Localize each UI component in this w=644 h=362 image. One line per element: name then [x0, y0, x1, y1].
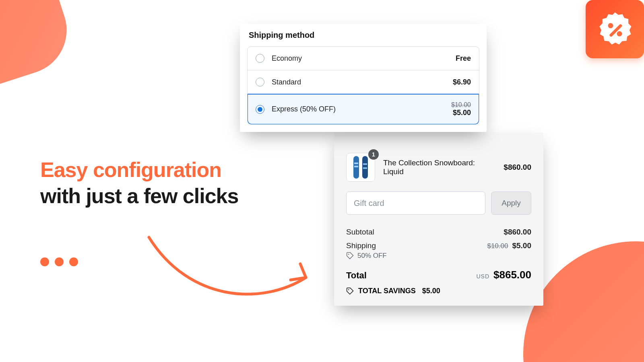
headline-accent: Easy configuration: [40, 157, 266, 183]
radio-icon: [256, 105, 264, 114]
subtotal-row: Subtotal $860.00: [346, 225, 531, 239]
savings-row: TOTAL SAVINGS $5.00: [346, 287, 531, 295]
shipping-method-title: Shipping method: [240, 29, 487, 46]
discount-tag-row: 50% OFF: [346, 252, 531, 260]
product-name: The Collection Snowboard: Liquid: [383, 158, 495, 176]
shipping-option-express[interactable]: Express (50% OFF) $10.00 $5.00: [248, 94, 479, 124]
discount-tag-text: 50% OFF: [357, 252, 387, 260]
tag-icon: [346, 287, 354, 295]
currency-code: USD: [476, 273, 489, 280]
shipping-option-discounted: $5.00: [453, 109, 471, 117]
shipping-value: $10.00$5.00: [487, 241, 531, 250]
headline-rest: with just a few clicks: [40, 184, 238, 208]
apply-button[interactable]: Apply: [491, 191, 531, 215]
svg-rect-8: [363, 167, 367, 169]
svg-rect-5: [354, 162, 358, 164]
product-price: $860.00: [504, 163, 531, 172]
headline: Easy configuration with just a few click…: [40, 157, 266, 209]
shipping-method-card: Shipping method Economy Free Standard $6…: [240, 24, 487, 132]
product-thumbnail: 1: [346, 153, 375, 182]
cart-line-item: 1 The Collection Snowboard: Liquid $860.…: [346, 153, 531, 182]
shipping-option-original: $10.00: [451, 101, 471, 109]
discount-badge: [586, 0, 644, 58]
shipping-option-label: Economy: [272, 54, 456, 63]
svg-point-10: [348, 289, 349, 290]
shipping-original: $10.00: [487, 242, 508, 250]
savings-label: TOTAL SAVINGS: [358, 287, 416, 295]
svg-point-1: [617, 31, 622, 36]
svg-rect-6: [354, 166, 358, 167]
snowboard-icon: [351, 155, 370, 179]
svg-point-9: [348, 254, 349, 255]
arrow-icon: [141, 229, 322, 310]
decorative-blob-top-left: [0, 0, 78, 97]
shipping-discounted: $5.00: [512, 241, 531, 250]
shipping-options-list: Economy Free Standard $6.90 Express (50%…: [247, 46, 479, 125]
shipping-label: Shipping: [346, 241, 487, 250]
ellipsis-dots: [40, 257, 78, 266]
shipping-option-label: Express (50% OFF): [272, 105, 451, 113]
shipping-option-economy[interactable]: Economy Free: [248, 47, 479, 70]
total-row: Total USD $865.00: [346, 264, 531, 284]
total-label: Total: [346, 270, 476, 281]
svg-point-0: [608, 23, 613, 28]
tag-icon: [346, 252, 354, 260]
order-summary-card: 1 The Collection Snowboard: Liquid $860.…: [334, 133, 543, 306]
savings-value: $5.00: [422, 287, 440, 295]
discount-seal-icon: [597, 11, 634, 48]
total-value: $865.00: [493, 269, 531, 281]
shipping-option-label: Standard: [272, 78, 453, 86]
subtotal-label: Subtotal: [346, 228, 504, 237]
radio-icon: [256, 54, 264, 63]
subtotal-value: $860.00: [504, 228, 531, 237]
shipping-row: Shipping $10.00$5.00: [346, 239, 531, 253]
shipping-option-price: $10.00 $5.00: [451, 101, 471, 117]
radio-icon: [256, 78, 264, 86]
shipping-option-price: $6.90: [453, 78, 471, 86]
svg-rect-7: [363, 163, 367, 165]
shipping-option-price: Free: [456, 54, 471, 63]
giftcard-input[interactable]: [346, 191, 485, 215]
quantity-badge: 1: [368, 149, 379, 160]
shipping-option-standard[interactable]: Standard $6.90: [248, 70, 479, 94]
